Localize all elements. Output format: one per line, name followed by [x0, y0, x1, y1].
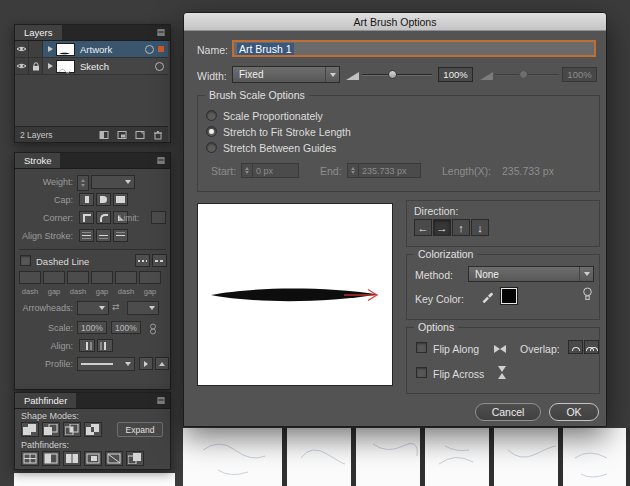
dash-align-button[interactable] [152, 254, 167, 267]
exclude-button[interactable] [84, 422, 102, 437]
dash-field-3[interactable] [115, 271, 137, 284]
tips-lightbulb-icon[interactable] [582, 287, 593, 305]
radio-stretch-to-fit[interactable] [206, 126, 217, 137]
align-stroke-inside-button[interactable] [96, 229, 111, 242]
weight-field[interactable] [91, 175, 135, 189]
layer-thumbnail[interactable] [56, 43, 75, 56]
panel-menu-icon[interactable]: ▤ [151, 393, 170, 408]
arrowhead-start-dropdown[interactable] [77, 301, 109, 315]
corner-miter-button[interactable] [79, 211, 94, 224]
radio-label-stretch-between-guides[interactable]: Stretch Between Guides [223, 142, 336, 154]
tab-stroke[interactable]: Stroke [15, 153, 60, 168]
radio-scale-proportionately[interactable] [206, 110, 217, 121]
intersect-button[interactable] [63, 422, 81, 437]
dash-preserve-button[interactable] [135, 254, 150, 267]
swap-arrowheads-icon[interactable]: ⇄ [112, 302, 120, 312]
gap-field-3[interactable] [139, 271, 161, 284]
colorization-method-dropdown[interactable]: None [468, 266, 594, 282]
tab-layers[interactable]: Layers [15, 25, 62, 40]
minus-back-button[interactable] [126, 451, 144, 466]
expand-triangle-icon[interactable] [48, 46, 53, 52]
expand-triangle-icon[interactable] [48, 63, 53, 69]
layer-row-artwork[interactable]: Artwork [15, 41, 168, 58]
new-sublayer-icon[interactable] [117, 130, 128, 140]
unite-button[interactable] [21, 422, 39, 437]
dash-field-1[interactable] [19, 271, 41, 284]
cancel-button[interactable]: Cancel [475, 403, 541, 421]
panel-menu-icon[interactable]: ▤ [151, 153, 170, 168]
flip-across-label[interactable]: Flip Across [433, 368, 484, 380]
merge-button[interactable] [63, 451, 81, 466]
tab-pathfinder[interactable]: Pathfinder [15, 393, 76, 408]
direction-left-button[interactable]: ← [414, 219, 432, 236]
dialog-title-bar[interactable]: Art Brush Options [184, 13, 606, 31]
flip-along-checkbox[interactable] [416, 342, 427, 353]
gap-field-1[interactable] [43, 271, 65, 284]
lock-toggle[interactable] [29, 58, 43, 74]
layer-name[interactable]: Sketch [80, 61, 109, 72]
artboard[interactable] [356, 428, 420, 486]
panel-menu-icon[interactable]: ▤ [151, 25, 170, 40]
clipping-mask-icon[interactable] [99, 130, 110, 140]
overlap-adjust-button[interactable] [584, 340, 599, 354]
width-slider[interactable] [362, 66, 432, 83]
gap-field-2[interactable] [91, 271, 113, 284]
eyedropper-icon[interactable] [481, 289, 494, 307]
limit-field[interactable] [151, 211, 166, 224]
arrowhead-align-end-button[interactable] [97, 339, 113, 352]
ok-button[interactable]: OK [549, 403, 599, 421]
width-type-dropdown[interactable]: Fixed [232, 66, 340, 83]
flip-along-label[interactable]: Flip Along [433, 343, 479, 355]
radio-stretch-between-guides[interactable] [206, 142, 217, 153]
artboard[interactable] [563, 428, 626, 486]
delete-trash-icon[interactable] [153, 130, 163, 140]
artboard[interactable] [425, 428, 489, 486]
weight-stepper[interactable] [77, 175, 89, 191]
arrowhead-scale-end-field[interactable]: 100% [111, 321, 141, 334]
align-stroke-center-button[interactable] [79, 229, 94, 242]
link-scales-icon[interactable] [147, 321, 159, 339]
artboard[interactable] [287, 428, 351, 486]
target-circle-icon[interactable] [145, 45, 154, 54]
arrowhead-end-dropdown[interactable] [127, 301, 159, 315]
layer-row-sketch[interactable]: Sketch [15, 58, 168, 75]
radio-label-stretch-to-fit[interactable]: Stretch to Fit Stroke Length [223, 126, 351, 138]
expand-button[interactable]: Expand [117, 422, 163, 437]
flip-profile-along-button[interactable] [139, 357, 153, 370]
lock-toggle[interactable] [29, 41, 43, 57]
width-value-field[interactable]: 100% [438, 67, 473, 82]
outline-button[interactable] [105, 451, 123, 466]
arrowhead-align-tip-button[interactable] [79, 339, 95, 352]
dash-field-2[interactable] [67, 271, 89, 284]
radio-label-scale-proportionately[interactable]: Scale Proportionately [223, 110, 323, 122]
slider-thumb[interactable] [388, 70, 397, 79]
artboard[interactable] [494, 428, 558, 486]
key-color-swatch[interactable] [501, 288, 517, 304]
artboard[interactable] [14, 473, 175, 486]
target-circle-icon[interactable] [155, 62, 164, 71]
crop-button[interactable] [84, 451, 102, 466]
profile-dropdown[interactable] [77, 357, 135, 371]
cap-butt-button[interactable] [79, 193, 94, 206]
flip-profile-across-button[interactable] [155, 357, 169, 370]
divide-button[interactable] [21, 451, 39, 466]
direction-down-button[interactable]: ↓ [471, 219, 489, 236]
artboard[interactable] [183, 428, 282, 486]
cap-round-button[interactable] [96, 193, 111, 206]
overlap-none-button[interactable] [568, 340, 583, 354]
visibility-toggle[interactable] [15, 58, 29, 74]
arrowhead-scale-start-field[interactable]: 100% [77, 321, 107, 334]
flip-across-checkbox[interactable] [416, 367, 427, 378]
layer-thumbnail[interactable] [56, 60, 75, 73]
cap-projecting-button[interactable] [113, 193, 128, 206]
dashed-line-checkbox[interactable] [20, 255, 31, 266]
new-layer-icon[interactable] [135, 130, 146, 140]
direction-right-button[interactable]: → [433, 219, 451, 236]
layer-name[interactable]: Artwork [80, 44, 112, 55]
direction-up-button[interactable]: ↑ [452, 219, 470, 236]
align-stroke-outside-button[interactable] [113, 229, 128, 242]
name-input[interactable]: Art Brush 1 [232, 40, 596, 57]
visibility-toggle[interactable] [15, 41, 29, 57]
trim-button[interactable] [42, 451, 60, 466]
minus-front-button[interactable] [42, 422, 60, 437]
